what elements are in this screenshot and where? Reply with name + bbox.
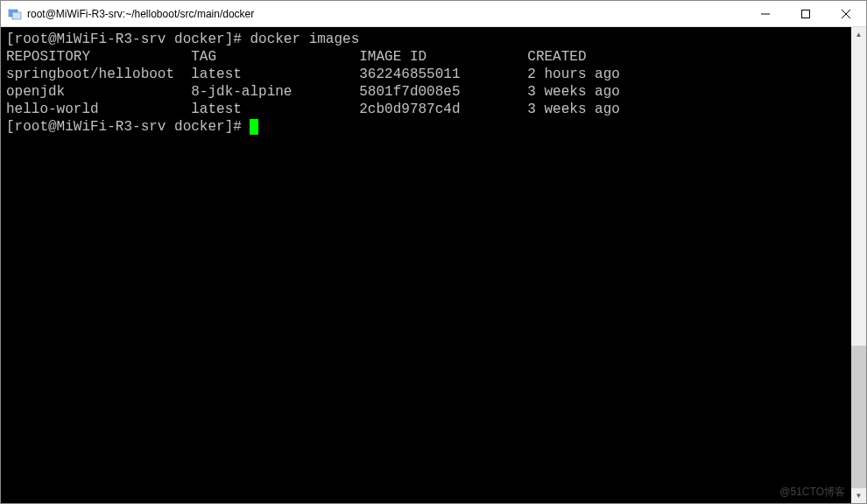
scrollbar-down-icon[interactable]: ▼	[851, 488, 866, 503]
cursor-icon	[250, 119, 258, 135]
scrollbar-track[interactable]	[851, 42, 866, 488]
svg-rect-1	[12, 12, 21, 19]
window-controls	[745, 1, 866, 26]
maximize-button[interactable]	[786, 1, 826, 26]
scrollbar-up-icon[interactable]: ▲	[851, 27, 866, 42]
terminal-container: [root@MiWiFi-R3-srv docker]# docker imag…	[1, 27, 866, 503]
titlebar[interactable]: root@MiWiFi-R3-srv:~/helloboot/src/main/…	[1, 1, 866, 27]
close-button[interactable]	[826, 1, 866, 26]
minimize-button[interactable]	[745, 1, 786, 26]
terminal-output[interactable]: [root@MiWiFi-R3-srv docker]# docker imag…	[1, 27, 851, 503]
scrollbar-thumb[interactable]	[851, 346, 866, 488]
window-title: root@MiWiFi-R3-srv:~/helloboot/src/main/…	[27, 8, 745, 20]
watermark-label: @51CTO博客	[779, 485, 845, 500]
window-frame: root@MiWiFi-R3-srv:~/helloboot/src/main/…	[0, 0, 867, 504]
vertical-scrollbar[interactable]: ▲ ▼	[851, 27, 866, 503]
app-icon	[8, 7, 22, 21]
svg-rect-3	[802, 10, 810, 18]
